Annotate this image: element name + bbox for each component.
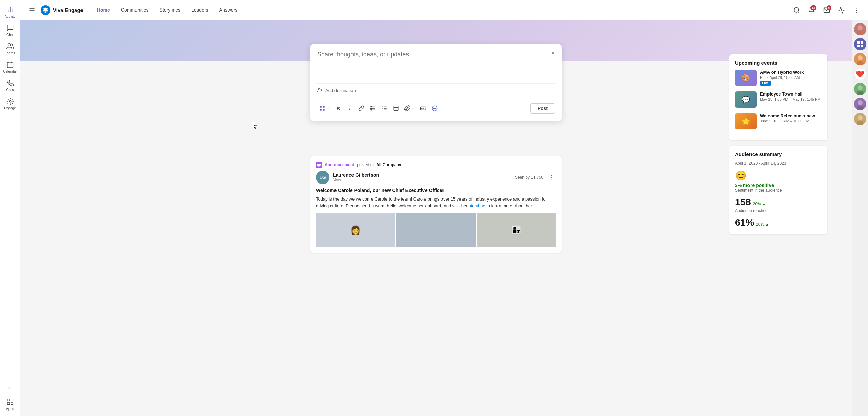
audience-summary-title: Audience summary [735, 151, 822, 157]
event-time-ama: Ends April 29, 10:00 AM [760, 75, 822, 80]
metric2-value: 61% [735, 217, 754, 228]
brand-name: Viva Engage [53, 7, 83, 13]
calendar-icon [6, 60, 14, 69]
add-destination-button[interactable]: Add destination [317, 83, 555, 97]
svg-point-32 [371, 108, 372, 109]
avatar: LG [316, 171, 329, 184]
metric1-value: 158 [735, 197, 751, 208]
numbered-list-button[interactable]: 1 2 3 [379, 103, 390, 114]
avatar-heart[interactable]: ❤️ [854, 68, 866, 80]
link-button[interactable] [356, 103, 367, 114]
nav-answers[interactable]: Answers [214, 0, 243, 20]
svg-point-21 [318, 88, 320, 90]
avatar-4[interactable] [854, 83, 866, 95]
messages-button[interactable]: 5 [820, 4, 833, 16]
svg-rect-9 [7, 399, 9, 401]
event-item-welcome[interactable]: 🌟 Welcome Relecloud's new... June 5, 10:… [735, 113, 822, 129]
right-panel: Upcoming events 🎨 AMA on Hybrid Work End… [724, 48, 833, 246]
post-more-button[interactable] [547, 173, 556, 182]
notifications-button[interactable]: 12 [806, 4, 818, 16]
svg-point-67 [858, 100, 863, 105]
sidebar-more-button[interactable] [1, 381, 19, 395]
analytics-button[interactable] [835, 4, 848, 16]
italic-icon: I [349, 106, 350, 111]
post-body: Today is the day we welcome Carole to th… [316, 196, 556, 209]
more-toolbar-button[interactable] [429, 103, 440, 114]
avatar-2[interactable] [854, 38, 866, 50]
more-options-button[interactable] [850, 4, 863, 16]
composer-close-button[interactable]: × [548, 48, 558, 58]
event-image-townhall: 💬 [735, 91, 757, 108]
post-image-2 [396, 213, 475, 247]
nav-communities[interactable]: Communities [115, 0, 154, 20]
upcoming-events-panel: Upcoming events 🎨 AMA on Hybrid Work End… [729, 54, 827, 140]
svg-rect-26 [323, 106, 325, 108]
nav-home[interactable]: Home [91, 0, 115, 20]
post-community[interactable]: All Company [376, 162, 401, 167]
svg-rect-12 [11, 402, 13, 404]
event-info-welcome: Welcome Relecloud's new... June 5, 10:00… [760, 113, 822, 123]
event-item-ama[interactable]: 🎨 AMA on Hybrid Work Ends April 29, 10:0… [735, 70, 822, 86]
main-navigation: Home Communities Storylines Leaders Answ… [91, 0, 243, 20]
avatar-3[interactable] [854, 53, 866, 65]
sidebar-item-calendar-label: Calendar [3, 70, 17, 73]
event-info-ama: AMA on Hybrid Work Ends April 29, 10:00 … [760, 70, 822, 86]
nav-storylines[interactable]: Storylines [154, 0, 186, 20]
svg-point-7 [8, 388, 9, 389]
sidebar-item-calendar[interactable]: Calendar [1, 58, 19, 76]
search-button[interactable] [791, 4, 803, 16]
svg-rect-56 [857, 41, 859, 44]
author-name[interactable]: Laurence Gilbertson [333, 172, 511, 178]
post-storyline-link[interactable]: storyline [469, 203, 485, 208]
chat-icon [6, 24, 14, 32]
svg-point-33 [371, 109, 372, 110]
apps-icon [6, 398, 14, 406]
bullet-list-button[interactable] [367, 103, 378, 114]
event-info-townhall: Employee Town Hall May 18, 1:00 PM – May… [760, 91, 822, 101]
right-avatar-sidebar: ❤️ [852, 20, 868, 416]
brand-icon [41, 5, 50, 15]
table-button[interactable] [391, 103, 401, 114]
engage-icon [6, 97, 14, 105]
sidebar-item-chat-label: Chat [6, 33, 14, 37]
sidebar-item-engage[interactable]: Engage [1, 94, 19, 113]
post-title: Welcome Carole Poland, our new Chief Exe… [316, 188, 556, 193]
sidebar-item-apps[interactable]: Apps [1, 395, 19, 413]
table-icon [393, 105, 399, 111]
avatar-5[interactable] [854, 98, 866, 110]
more-dot-icon [548, 174, 555, 180]
upcoming-events-title: Upcoming events [735, 60, 822, 66]
metric-percentage: 61% 20% ▲ [735, 217, 822, 228]
event-time-welcome: June 5, 10:00 AM – 10:00 PM [760, 119, 822, 123]
post-button[interactable]: Post [530, 103, 555, 114]
seen-by: Seen by 11,750 [515, 175, 543, 180]
event-item-townhall[interactable]: 💬 Employee Town Hall May 18, 1:00 PM – M… [735, 91, 822, 108]
sidebar-item-activity-label: Activity [5, 15, 16, 18]
hamburger-button[interactable] [26, 4, 38, 16]
sidebar-item-teams[interactable]: Teams [1, 39, 19, 58]
sidebar-item-chat[interactable]: Chat [1, 21, 19, 39]
main-wrapper: × Add destination [20, 20, 852, 416]
announcement-icon [316, 162, 322, 168]
italic-button[interactable]: I [344, 103, 355, 114]
destination-icon [317, 88, 323, 93]
attach-button[interactable] [402, 103, 417, 114]
svg-point-20 [856, 12, 857, 13]
sentiment-emoji: 😊 [735, 170, 822, 181]
feed-container: Announcement posted in All Company LG La… [310, 156, 562, 257]
sidebar-item-calls[interactable]: Calls [1, 76, 19, 94]
audience-summary-panel: Audience summary April 1, 2023 - April 1… [729, 146, 827, 234]
post-input[interactable] [317, 51, 555, 78]
bold-button[interactable]: B [333, 103, 344, 114]
nav-leaders[interactable]: Leaders [186, 0, 214, 20]
avatar-1[interactable] [854, 23, 866, 35]
post-image-1: 👩 [316, 213, 395, 247]
post-card: Announcement posted in All Company LG La… [310, 156, 562, 253]
gif-button[interactable]: GIF [418, 103, 429, 114]
notification-badge: 12 [810, 5, 816, 10]
svg-point-61 [858, 55, 863, 60]
svg-rect-58 [857, 45, 859, 47]
avatar-6[interactable] [854, 113, 866, 125]
sidebar-item-activity[interactable]: Activity [1, 3, 19, 21]
format-button[interactable] [317, 103, 332, 114]
